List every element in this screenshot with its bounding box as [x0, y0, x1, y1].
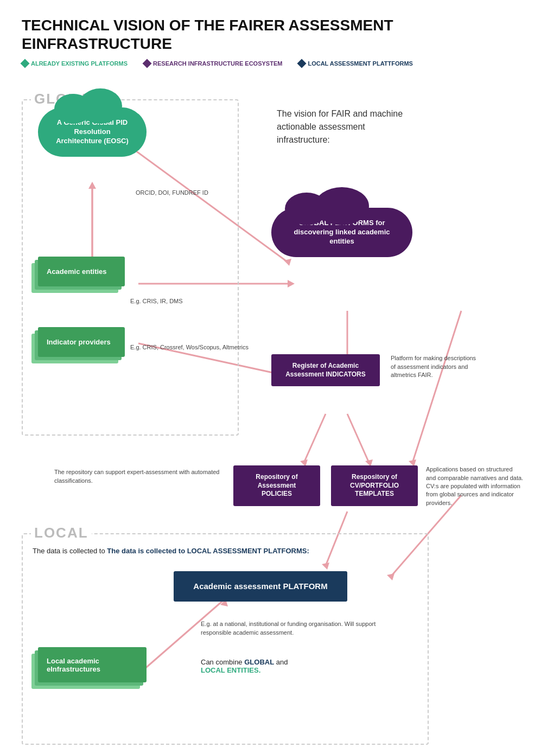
platform-fair-text: Platform for making descriptions of asse… [391, 354, 478, 379]
combine-text: Can combine GLOBAL and LOCAL ENTITIES. [201, 658, 385, 674]
svg-marker-3 [288, 280, 295, 287]
academic-platform: Academic assessment PLATFORM [174, 571, 347, 602]
repo-support-text: The repository can support expert-assess… [54, 468, 222, 485]
diamond-navy-icon [297, 59, 307, 68]
eg-cris-text: E.g. CRIS, IR, DMS [130, 297, 183, 305]
legend-item-green: ALREADY EXISTING PLATFORMS [22, 60, 128, 67]
repo-policies: Repository of Assessment POLICIES [233, 465, 320, 506]
eg-national-text: E.g. at a national, institutional or fun… [201, 620, 385, 637]
legend-item-navy: LOCAL ASSESSMENT PLATTFORMS [298, 60, 413, 67]
svg-marker-7 [284, 259, 291, 266]
apps-text: Applications based on structured and com… [426, 465, 524, 507]
diagram-container: GLOBAL The vision for FAIR and machine a… [22, 78, 537, 754]
page-title: TECHNICAL VISION OF THE FAIReR ASSESSMEN… [22, 16, 538, 53]
register-indicators: Register of Academic Assessment INDICATO… [271, 354, 380, 386]
svg-line-14 [347, 414, 369, 463]
indicator-providers-card: Indicator providers [38, 327, 125, 357]
repo-cv: Respository of CV/PORTFOLIO TEMPLATES [331, 465, 418, 506]
diamond-purple-icon [143, 59, 152, 68]
legend: ALREADY EXISTING PLATFORMS RESEARCH INFR… [22, 60, 538, 67]
legend-item-purple: RESEARCH INFRASTRUCTURE ECOSYSTEM [144, 60, 282, 67]
svg-line-12 [304, 414, 326, 463]
local-infra-card: Local academic eInfrastructures [38, 647, 147, 682]
academic-entities-card: Academic entities [38, 257, 125, 286]
diamond-green-icon [21, 59, 30, 68]
green-cloud: A Generic Global PID Resolution Architec… [38, 107, 147, 157]
orcid-text: ORCID, DOI, FUNDREF ID [136, 189, 208, 197]
eg-crossref-text: E.g. CRIS, Crossref, Wos/Scopus, Altmetr… [130, 343, 249, 352]
local-dashed-box: LOCAL [22, 533, 429, 745]
purple-cloud: GLOBAL PLATFORMS for discovering linked … [271, 208, 412, 257]
svg-line-16 [412, 311, 461, 463]
local-platforms-text: The data is collected to The data is col… [33, 547, 309, 555]
vision-text: The vision for FAIR and machine actionab… [277, 107, 412, 146]
local-label: LOCAL [31, 525, 92, 541]
